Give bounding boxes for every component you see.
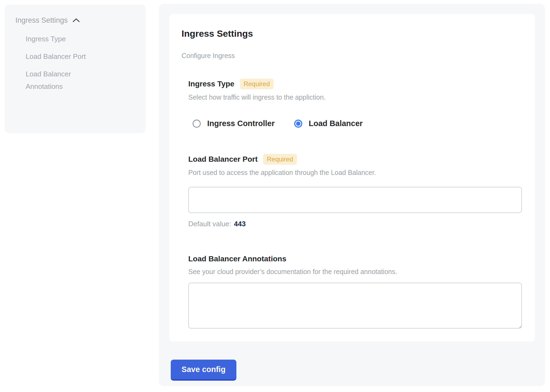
- save-config-button[interactable]: Save config: [171, 360, 236, 381]
- page-title: Ingress Settings: [182, 28, 522, 39]
- ingress-settings-card: Ingress Settings Configure Ingress Ingre…: [169, 14, 535, 342]
- default-value: 443: [234, 220, 246, 228]
- lb-port-label: Load Balancer Port: [188, 154, 258, 164]
- lb-annotations-label: Load Balancer Annotations: [188, 254, 286, 264]
- lb-port-description: Port used to access the application thro…: [188, 168, 522, 177]
- radio-button-load-balancer[interactable]: [294, 120, 302, 128]
- section-load-balancer-port: Load Balancer Port Required Port used to…: [188, 154, 522, 228]
- section-load-balancer-annotations: Load Balancer Annotations See your cloud…: [188, 254, 522, 329]
- radio-option-load-balancer[interactable]: Load Balancer: [294, 119, 363, 128]
- sidebar-item-list: Ingress Type Load Balancer Port Load Bal…: [15, 33, 138, 93]
- form-sections: Ingress Type Required Select how traffic…: [188, 79, 522, 329]
- load-balancer-port-input[interactable]: [188, 187, 522, 213]
- sidebar-section-label: Ingress Settings: [15, 15, 68, 26]
- radio-option-ingress-controller[interactable]: Ingress Controller: [193, 119, 275, 128]
- radio-button-ingress-controller[interactable]: [193, 120, 201, 128]
- sidebar-item-load-balancer-annotations[interactable]: Load Balancer Annotations: [26, 68, 101, 93]
- load-balancer-annotations-textarea[interactable]: [188, 283, 522, 329]
- sidebar-section-ingress-settings[interactable]: Ingress Settings: [15, 15, 138, 26]
- radio-label-load-balancer: Load Balancer: [309, 119, 363, 128]
- default-value-line: Default value:443: [188, 219, 522, 228]
- ingress-settings-panel: Ingress Settings Configure Ingress Ingre…: [159, 4, 545, 386]
- sidebar-item-ingress-type[interactable]: Ingress Type: [26, 33, 101, 45]
- section-ingress-type: Ingress Type Required Select how traffic…: [188, 79, 522, 128]
- ingress-type-radio-group: Ingress Controller Load Balancer: [193, 119, 522, 128]
- ingress-type-label: Ingress Type: [188, 79, 234, 89]
- lb-annotations-label-row: Load Balancer Annotations: [188, 254, 522, 264]
- page-subtitle: Configure Ingress: [182, 52, 522, 60]
- default-value-label: Default value:: [188, 220, 231, 228]
- required-badge: Required: [240, 79, 274, 89]
- settings-sidebar: Ingress Settings Ingress Type Load Balan…: [5, 5, 146, 133]
- required-badge: Required: [263, 154, 297, 165]
- ingress-type-description: Select how traffic will ingress to the a…: [188, 93, 522, 101]
- sidebar-item-load-balancer-port[interactable]: Load Balancer Port: [26, 50, 101, 63]
- chevron-up-icon: [72, 18, 80, 23]
- lb-annotations-description: See your cloud provider’s documentation …: [188, 268, 522, 276]
- ingress-type-label-row: Ingress Type Required: [188, 79, 522, 89]
- lb-port-label-row: Load Balancer Port Required: [188, 154, 522, 165]
- radio-label-ingress-controller: Ingress Controller: [207, 119, 275, 128]
